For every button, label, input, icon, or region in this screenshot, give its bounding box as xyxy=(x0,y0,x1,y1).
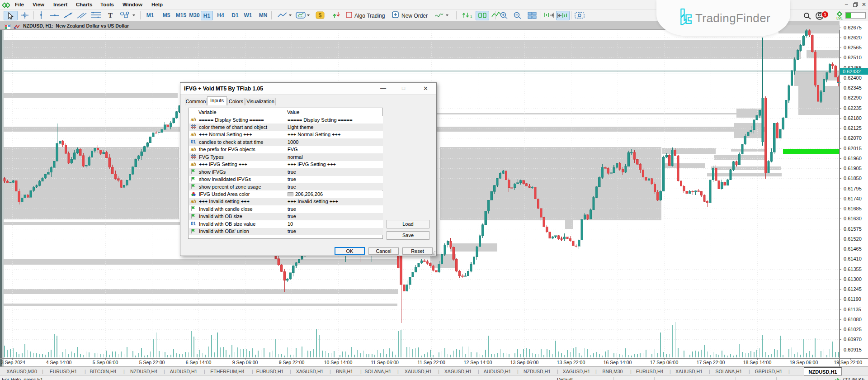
svg-text:9 Sep 22:00: 9 Sep 22:00 xyxy=(279,360,305,365)
svg-text:0.61410: 0.61410 xyxy=(844,256,862,261)
svg-text:0.62125: 0.62125 xyxy=(844,125,862,131)
svg-text:LVL: LVL xyxy=(836,16,843,20)
svg-text:0.61080: 0.61080 xyxy=(844,317,862,322)
svg-text:0.61575: 0.61575 xyxy=(844,226,862,232)
svg-text:0.62620: 0.62620 xyxy=(844,35,862,40)
svg-text:0.60970: 0.60970 xyxy=(844,337,862,342)
svg-text:0.61300: 0.61300 xyxy=(844,276,862,282)
svg-text:6 Sep 14:00: 6 Sep 14:00 xyxy=(186,360,212,365)
svg-text:13 Sep 06:00: 13 Sep 06:00 xyxy=(510,360,539,365)
svg-text:0.61520: 0.61520 xyxy=(844,236,862,242)
svg-text:0.60915: 0.60915 xyxy=(844,347,862,352)
svg-text:13 Sep 22:00: 13 Sep 22:00 xyxy=(557,360,585,365)
svg-text:$: $ xyxy=(319,12,322,19)
svg-text:1: 1 xyxy=(470,14,472,19)
svg-text:0.62235: 0.62235 xyxy=(844,105,862,111)
svg-text:9 Sep 06:00: 9 Sep 06:00 xyxy=(232,360,258,365)
svg-text:0.62675: 0.62675 xyxy=(844,25,862,30)
svg-text:0.62070: 0.62070 xyxy=(844,135,862,141)
svg-text:10 Sep 14:00: 10 Sep 14:00 xyxy=(324,360,353,365)
svg-text:0.61960: 0.61960 xyxy=(844,156,862,161)
svg-text:17 Sep 22:00: 17 Sep 22:00 xyxy=(697,360,725,365)
svg-text:0.61905: 0.61905 xyxy=(844,166,862,171)
svg-text:0.62400: 0.62400 xyxy=(844,75,862,81)
svg-text:5 Sep 22:00: 5 Sep 22:00 xyxy=(139,360,165,365)
svg-text:18 Sep 14:00: 18 Sep 14:00 xyxy=(743,360,772,365)
svg-text:0.61025: 0.61025 xyxy=(844,327,862,332)
svg-text:5 Sep 06:00: 5 Sep 06:00 xyxy=(93,360,118,365)
svg-text:19 Sep 06:00: 19 Sep 06:00 xyxy=(790,360,818,365)
svg-text:19 Sep 22:00: 19 Sep 22:00 xyxy=(834,360,863,365)
svg-text:11 Sep 06:00: 11 Sep 06:00 xyxy=(371,360,399,365)
svg-text:0.62180: 0.62180 xyxy=(844,115,862,121)
svg-text:4 Sep 14:00: 4 Sep 14:00 xyxy=(46,360,72,365)
svg-text:0.61630: 0.61630 xyxy=(844,216,862,221)
svg-text:12 Sep 14:00: 12 Sep 14:00 xyxy=(464,360,492,365)
svg-text:0.62432: 0.62432 xyxy=(843,69,861,74)
svg-text:0.61465: 0.61465 xyxy=(844,246,862,252)
svg-text:0.61850: 0.61850 xyxy=(844,176,862,181)
svg-text:0.61740: 0.61740 xyxy=(844,196,862,201)
svg-text:0.62565: 0.62565 xyxy=(844,45,862,50)
svg-text:0.62015: 0.62015 xyxy=(844,146,862,151)
svg-text:T: T xyxy=(108,12,113,19)
svg-text:0.62510: 0.62510 xyxy=(844,55,862,60)
svg-text:0.61190: 0.61190 xyxy=(844,296,861,302)
svg-text:0.62290: 0.62290 xyxy=(844,95,862,100)
svg-text:0.61245: 0.61245 xyxy=(844,286,862,292)
svg-text:16 Sep 14:00: 16 Sep 14:00 xyxy=(604,360,632,365)
svg-text:0.61685: 0.61685 xyxy=(844,206,862,211)
svg-text:0.61135: 0.61135 xyxy=(844,307,861,312)
svg-text:1: 1 xyxy=(824,12,826,17)
svg-text:0.61355: 0.61355 xyxy=(844,266,862,272)
svg-text:17 Sep 06:00: 17 Sep 06:00 xyxy=(650,360,679,365)
svg-text:0.62345: 0.62345 xyxy=(844,85,862,90)
svg-text:11 Sep 22:00: 11 Sep 22:00 xyxy=(417,360,445,365)
svg-text:0.61795: 0.61795 xyxy=(844,186,862,191)
svg-text:3 Sep 2024: 3 Sep 2024 xyxy=(1,360,25,365)
